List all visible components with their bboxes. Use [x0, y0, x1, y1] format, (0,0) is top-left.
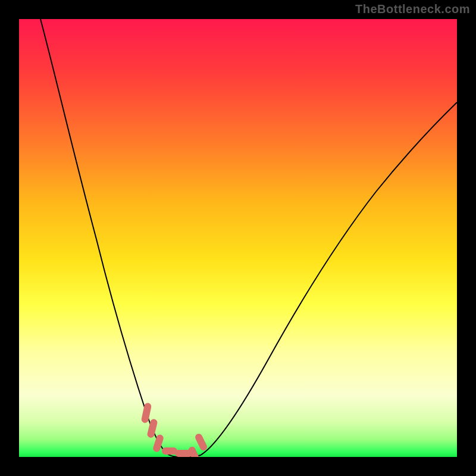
svg-rect-0 — [141, 402, 152, 424]
svg-rect-1 — [146, 418, 158, 439]
bottleneck-curve-svg — [19, 19, 457, 457]
chart-plot-area — [19, 19, 457, 457]
bottleneck-curve-path — [40, 19, 457, 457]
svg-rect-6 — [194, 433, 208, 452]
optimal-zone-markers — [141, 402, 208, 457]
watermark-text: TheBottleneck.com — [355, 2, 470, 16]
